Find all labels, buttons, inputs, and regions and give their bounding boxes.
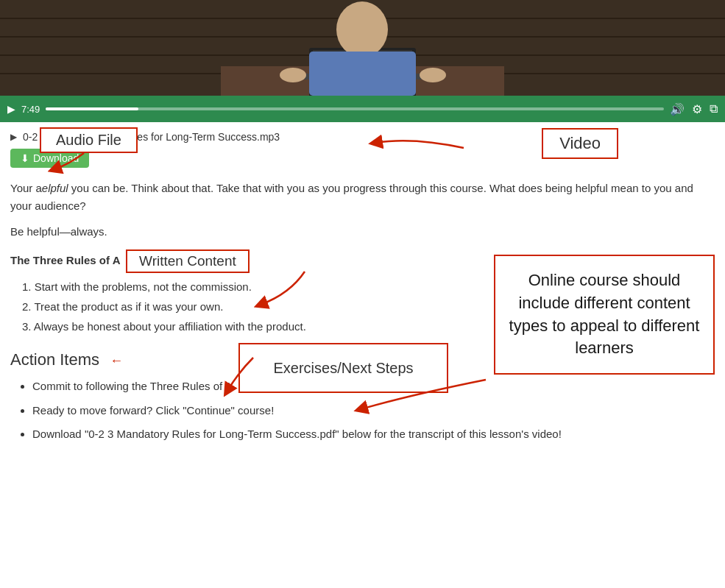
progress-bar-fill [46, 107, 138, 110]
svg-point-12 [420, 68, 446, 82]
control-icons: 🔊 ⚙ ⧉ [670, 102, 718, 116]
settings-icon[interactable]: ⚙ [692, 102, 702, 116]
callout-box: Online course should include different c… [494, 255, 715, 375]
progress-bar[interactable] [46, 107, 664, 110]
be-helpful-text: Be helpful—always. [10, 225, 715, 238]
time-display: 7:49 [21, 104, 40, 115]
annotations-wrapper: Video Online course should include diffe… [0, 122, 725, 459]
action-item-3: Download "0-2 3 Mandatory Rules for Long… [32, 426, 715, 443]
video-thumbnail [0, 0, 725, 96]
exercises-annotation-box: Exercises/Next Steps [238, 343, 448, 393]
body-paragraph-1: Your aelpful you can be. Think about tha… [10, 180, 715, 215]
svg-point-9 [336, 1, 388, 57]
video-frame-svg [0, 0, 725, 96]
download-icon: ⬇ [21, 152, 29, 164]
page-wrapper: ▶ 7:49 🔊 ⚙ ⧉ Video Online co [0, 0, 725, 459]
video-annotation-box: Video [542, 128, 618, 159]
svg-point-11 [280, 68, 306, 82]
fullscreen-icon[interactable]: ⧉ [710, 102, 718, 116]
audio-play-icon[interactable]: ▶ [10, 132, 17, 142]
play-button[interactable]: ▶ [7, 103, 15, 115]
video-container [0, 0, 725, 96]
written-content-annotation: Written Content [126, 249, 250, 273]
audio-annotation-box: Audio File [40, 127, 138, 153]
video-controls-bar: ▶ 7:49 🔊 ⚙ ⧉ [0, 96, 725, 122]
svg-rect-10 [309, 52, 416, 96]
volume-icon[interactable]: 🔊 [670, 102, 685, 116]
action-items-arrow: ← [110, 353, 123, 368]
action-item-2: Ready to move forward? Click "Continue" … [32, 403, 715, 419]
